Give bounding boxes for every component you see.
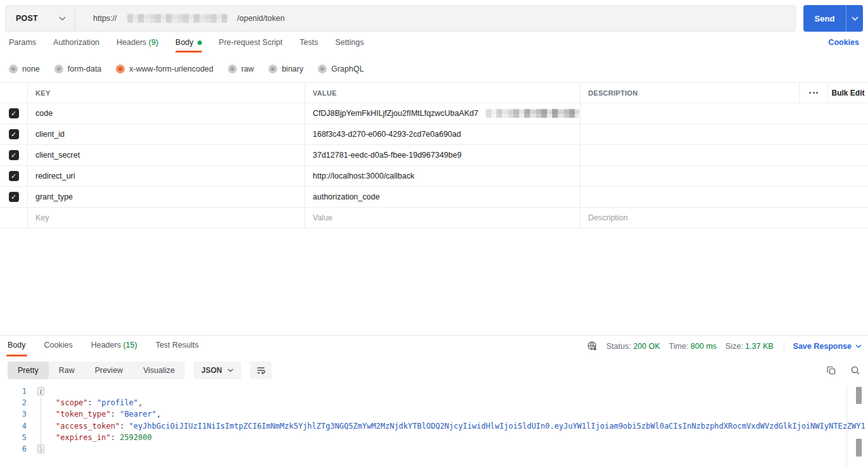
method-dropdown[interactable]: POST (6, 6, 75, 31)
param-value-cell[interactable]: http://localhost:3000/callback (305, 166, 581, 186)
method-label: POST (16, 14, 38, 23)
bulk-edit-button[interactable]: Bulk Edit (828, 83, 868, 103)
response-tab-test-results[interactable]: Test Results (154, 336, 200, 356)
param-value-cell[interactable]: CfDJ8BjpYemFkHILjfZjou2fIMtLfqzwcUbaAKd7 (305, 103, 581, 123)
param-key-cell[interactable]: client_id (28, 124, 305, 144)
status-badge: Status: 200 OK (607, 342, 660, 351)
line-number: 2 (0, 397, 27, 408)
tab-authorization[interactable]: Authorization (53, 38, 99, 53)
row-checkbox[interactable]: ✓ (9, 150, 19, 160)
send-button[interactable]: Send (803, 5, 863, 32)
tab-headers[interactable]: Headers (9) (116, 38, 158, 53)
code-line: 4 "access_token": "eyJhbGciOiJIUzI1NiIsI… (0, 420, 868, 432)
response-tab-cookies[interactable]: Cookies (43, 336, 74, 356)
param-description-cell[interactable] (581, 124, 868, 144)
tab-pre-request-script[interactable]: Pre-request Script (219, 38, 283, 53)
param-description-input[interactable]: Description (581, 208, 868, 228)
tab-settings[interactable]: Settings (335, 38, 363, 53)
param-key-cell[interactable]: client_secret (28, 145, 305, 165)
param-description-cell[interactable] (581, 103, 868, 123)
row-checkbox[interactable]: ✓ (9, 192, 19, 202)
chevron-down-icon (852, 16, 859, 21)
url-input[interactable]: https:// /openid/token (75, 6, 795, 31)
param-key-cell[interactable]: redirect_uri (28, 166, 305, 186)
wrap-text-icon[interactable] (250, 362, 272, 379)
header-checkbox-cell (0, 83, 28, 103)
response-view-toolbar: Pretty Raw Preview Visualize JSON (8, 361, 860, 380)
row-checkbox[interactable]: ✓ (9, 129, 19, 139)
mode-graphql[interactable]: GraphQL (318, 65, 363, 73)
method-url-group: POST https:// /openid/token (5, 5, 796, 32)
view-pretty[interactable]: Pretty (8, 362, 49, 379)
param-description-cell[interactable] (581, 145, 868, 165)
response-pane: Body Cookies Headers (15) Test Results S… (0, 335, 868, 466)
mode-raw[interactable]: raw (228, 65, 254, 73)
send-label: Send (803, 5, 846, 32)
tab-tests[interactable]: Tests (299, 38, 318, 53)
code-line: 1 { (0, 386, 868, 397)
line-number: 5 (0, 432, 27, 443)
radio-icon (318, 65, 327, 73)
table-header-row: KEY VALUE DESCRIPTION Bulk Edit (0, 83, 868, 103)
chevron-down-icon (227, 368, 234, 372)
more-options-icon[interactable] (800, 83, 828, 103)
table-row: ✓ client_secret 37d12781-eedc-d0a5-fbee-… (0, 145, 868, 166)
row-checkbox[interactable]: ✓ (9, 108, 19, 118)
radio-icon (228, 65, 237, 73)
column-header-key: KEY (28, 83, 305, 103)
radio-icon (268, 65, 277, 73)
view-raw[interactable]: Raw (49, 362, 85, 379)
param-key-cell[interactable]: grant_type (28, 187, 305, 207)
redacted-value-segment (486, 109, 579, 118)
url-prefix: https:// (83, 9, 127, 27)
scrollbar-marker[interactable] (856, 439, 862, 457)
param-value-cell[interactable]: 168f3c43-d270-e060-4293-2cd7e0a690ad (305, 124, 581, 144)
row-checkbox[interactable]: ✓ (9, 171, 19, 181)
mode-x-www-form-urlencoded[interactable]: x-www-form-urlencoded (116, 65, 213, 73)
response-tab-headers[interactable]: Headers (15) (90, 336, 139, 356)
param-description-cell[interactable] (581, 187, 868, 207)
param-value-input[interactable]: Value (305, 208, 581, 228)
cookies-link[interactable]: Cookies (828, 38, 859, 47)
table-row: ✓ code CfDJ8BjpYemFkHILjfZjou2fIMtLfqzwc… (0, 103, 868, 124)
headers-count: (9) (149, 38, 158, 47)
radio-icon (54, 65, 63, 73)
mode-binary[interactable]: binary (268, 65, 303, 73)
format-dropdown[interactable]: JSON (194, 362, 241, 379)
code-line: 5 "expires_in": 2592000 (0, 432, 868, 443)
tab-params[interactable]: Params (9, 38, 36, 53)
line-number: 4 (0, 420, 27, 432)
save-response-button[interactable]: Save Response (784, 342, 862, 351)
fold-guide-line (41, 398, 41, 451)
param-description-cell[interactable] (581, 166, 868, 186)
response-tabs: Body Cookies Headers (15) Test Results (6, 336, 216, 356)
fold-marker[interactable]: { (37, 387, 44, 396)
table-row: ✓ grant_type authorization_code (0, 187, 868, 208)
view-preview[interactable]: Preview (85, 362, 133, 379)
mode-none[interactable]: none (9, 65, 40, 73)
code-clip-boundary (846, 386, 847, 466)
line-number: 6 (0, 443, 27, 455)
response-tab-body[interactable]: Body (6, 336, 27, 356)
param-value-cell[interactable]: 37d12781-eedc-d0a5-fbee-19d967349be9 (305, 145, 581, 165)
body-content-dot-icon (198, 41, 202, 45)
send-options-caret[interactable] (846, 5, 863, 32)
globe-lock-icon[interactable] (587, 341, 598, 351)
param-key-input[interactable]: Key (28, 208, 305, 228)
table-row: ✓ redirect_uri http://localhost:3000/cal… (0, 166, 868, 187)
column-header-description: DESCRIPTION (581, 83, 800, 103)
column-header-value: VALUE (305, 83, 581, 103)
scrollbar-thumb[interactable] (856, 387, 862, 404)
line-number: 3 (0, 408, 27, 420)
body-mode-selector: none form-data x-www-form-urlencoded raw… (9, 62, 868, 76)
mode-form-data[interactable]: form-data (54, 65, 102, 73)
line-number: 1 (0, 386, 27, 397)
param-key-cell[interactable]: code (28, 103, 305, 123)
tab-body[interactable]: Body (175, 38, 202, 53)
url-suffix: /openid/token (227, 9, 295, 27)
response-headers-count: (15) (123, 341, 137, 350)
param-value-cell[interactable]: authorization_code (305, 187, 581, 207)
search-icon[interactable] (850, 365, 860, 375)
copy-icon[interactable] (826, 365, 836, 375)
view-visualize[interactable]: Visualize (133, 362, 185, 379)
